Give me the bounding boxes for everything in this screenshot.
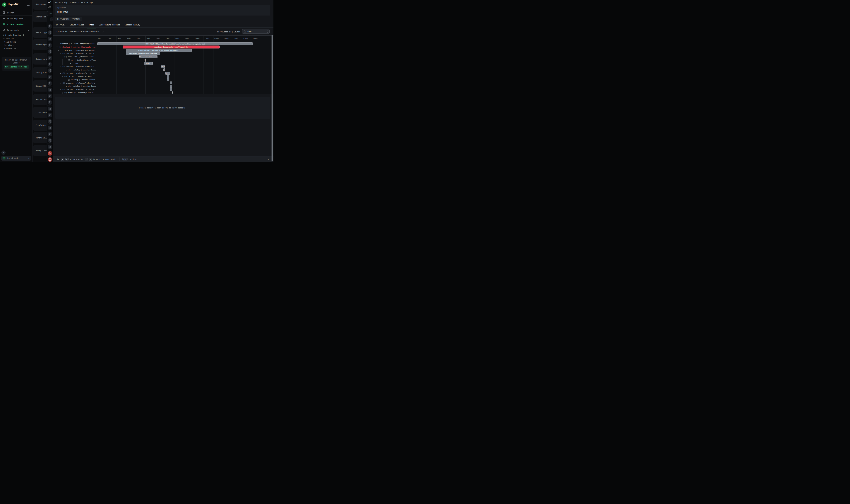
event-row[interactable] (47, 93, 53, 99)
event-row[interactable] (47, 36, 53, 42)
span-bar[interactable]: POST /oteldemo.Cart (139, 55, 158, 58)
edit-pencil-icon[interactable] (102, 30, 105, 34)
filter-button[interactable]: H (50, 17, 53, 21)
span-bar[interactable]: ( (167, 78, 169, 81)
span-bar[interactable]: ( (163, 68, 165, 71)
search-input[interactable]: Sea (47, 11, 53, 16)
event-row[interactable] (47, 42, 53, 49)
span-tree-row[interactable]: (1)currency | Currency/Convert (53, 75, 97, 78)
event-meta: Unset · May 15 1:40:14 PM · 1h ago (55, 2, 93, 4)
span-tree-row[interactable]: product-catalog | oteldemo.Prod… (53, 85, 97, 88)
span-bar[interactable]: prepareOrderItemsAndShippingQuoteFromCar… (126, 49, 192, 52)
span-tree-row[interactable]: (1)currency | Currency/Convert (53, 91, 97, 94)
panel-scrollbar-thumb[interactable] (272, 35, 273, 161)
tab-column-values[interactable]: Column Values (70, 23, 84, 27)
event-row[interactable] (47, 68, 53, 74)
tab-trace[interactable]: Trace (89, 23, 94, 27)
event-row[interactable] (47, 119, 53, 125)
event-row[interactable]: >_ (47, 157, 53, 162)
span-tree-row[interactable]: currency | Convert convers… (53, 78, 97, 82)
span-tree-row[interactable]: cart | GetCartAsync called… (53, 59, 97, 62)
event-row[interactable] (47, 100, 53, 106)
event-row[interactable] (47, 144, 53, 150)
event-row[interactable] (47, 150, 53, 157)
span-tree-row[interactable]: (11)checkout | prepareOrderItemsAnd… (53, 49, 97, 52)
session-card[interactable]: Walton9@ho (33, 39, 47, 50)
span-tree-row[interactable]: (1)checkout | oteldemo.CartServic… (53, 52, 97, 55)
session-card[interactable]: Anonymous (33, 0, 47, 10)
user-menu[interactable]: U Local mode › (1, 156, 31, 161)
span-bar-label: oteldemo.CartService/GetCart (129, 53, 157, 55)
session-card[interactable]: Anonymous (33, 11, 47, 22)
session-card[interactable]: Roderick_S (33, 53, 47, 65)
event-row[interactable] (47, 30, 53, 36)
event-row[interactable] (47, 106, 53, 112)
session-email: Howard.Run (36, 98, 47, 101)
span-tree-row[interactable]: cart | HGET (53, 62, 97, 65)
preset-kubernetes[interactable]: Kubernetes (4, 47, 37, 50)
event-row[interactable] (47, 131, 53, 138)
span-tree-row[interactable]: (1)checkout | oteldemo.CurrencySe… (53, 88, 97, 91)
span-tree-row[interactable]: (1)checkout | oteldemo.ProductCat… (53, 81, 97, 85)
span-bar-label: ( (164, 69, 165, 71)
service-name-chip[interactable]: ServiceName: frontend (55, 17, 82, 21)
session-card[interactable]: Pearl43@ho (33, 120, 47, 131)
tree-scrollbar-thumb[interactable] (97, 42, 97, 55)
span-tree-row[interactable]: frontend | HTTP POST http://frontend:… (53, 42, 97, 46)
span-bar[interactable]: ( (145, 59, 146, 61)
tab-session-replay[interactable]: Session Replay (125, 23, 140, 27)
session-email: Anonymous (36, 16, 46, 18)
sidebar-item-client-sessions[interactable]: Client Sessions (0, 22, 33, 27)
event-row[interactable] (47, 55, 53, 61)
log-source-select[interactable]: Logs (242, 29, 270, 34)
span-tree-row[interactable]: (1)checkout | oteldemo.ProductCat… (53, 65, 97, 68)
sidebar-item-dashboards[interactable]: Dashboards (0, 28, 33, 33)
event-row[interactable] (47, 61, 53, 68)
sidebar-item-search[interactable]: Search (0, 11, 33, 15)
event-row[interactable] (47, 23, 53, 30)
session-card[interactable]: Howard.Run (33, 94, 47, 105)
session-card[interactable]: Dolly.Lubo (33, 145, 47, 156)
span-bar[interactable]: ( (170, 82, 172, 85)
presets-toggle[interactable]: PRESETS (3, 38, 15, 40)
collapse-sidebar-icon[interactable] (27, 3, 30, 5)
event-row[interactable] (47, 125, 53, 131)
span-tree-row[interactable]: product-catalog | oteldemo.Prod… (53, 68, 97, 72)
span-bar[interactable]: ( (171, 91, 173, 94)
help-button[interactable]: ? (1, 150, 5, 155)
event-row[interactable] (47, 87, 53, 93)
tab-overview[interactable]: Overview (56, 23, 65, 27)
event-row[interactable] (47, 74, 53, 80)
span-bar[interactable]: otel (165, 72, 170, 75)
location-pin-icon (48, 30, 52, 35)
preset-services[interactable]: Services (4, 44, 37, 47)
span-bar[interactable]: otel (161, 65, 165, 68)
span-tree-row[interactable]: (2)cart | POST /oteldemo.CartSe… (53, 55, 97, 59)
span-bar[interactable]: oteldemo.CheckoutService/PlaceOrder (123, 46, 220, 49)
span-tree-row[interactable]: (2)checkout | oteldemo.CheckoutServic… (53, 46, 97, 49)
event-row[interactable] (47, 112, 53, 118)
span-bar[interactable]: HTTP POST http://frontend:8080/api/check… (97, 42, 253, 46)
span-bar[interactable]: ( (170, 88, 172, 91)
session-card[interactable]: Jonathan.B (33, 132, 47, 143)
create-dashboard-link[interactable]: + Create Dashboard (3, 34, 35, 36)
session-card[interactable]: Shaniya.Sc (33, 67, 47, 78)
session-card[interactable]: Deion37@gm (33, 27, 47, 38)
span-bar[interactable]: ( (170, 85, 172, 88)
close-icon[interactable]: ✕ (268, 158, 269, 160)
span-bar[interactable]: oteldemo.CartService/GetCart (126, 52, 160, 55)
session-card[interactable]: Kieran92@h (33, 80, 47, 92)
span-tree-row[interactable]: (1)checkout | oteldemo.CurrencySe… (53, 72, 97, 75)
location-pin-icon (48, 107, 52, 111)
span-bar[interactable]: ( (167, 75, 169, 78)
get-started-button[interactable]: Get Started for Free (4, 65, 29, 69)
event-row[interactable] (47, 80, 53, 87)
preset-clickhouse[interactable]: Clickhouse (4, 41, 37, 43)
span-bar[interactable]: HGET (144, 62, 152, 65)
tick-label: 0ms (98, 37, 101, 39)
sidebar-item-chart-explorer[interactable]: Chart Explorer (0, 16, 33, 21)
tab-surrounding-context[interactable]: Surrounding Context (99, 23, 120, 27)
session-card[interactable]: Ernesto33@ (33, 107, 47, 118)
event-row[interactable] (47, 49, 53, 55)
event-row[interactable] (47, 138, 53, 144)
